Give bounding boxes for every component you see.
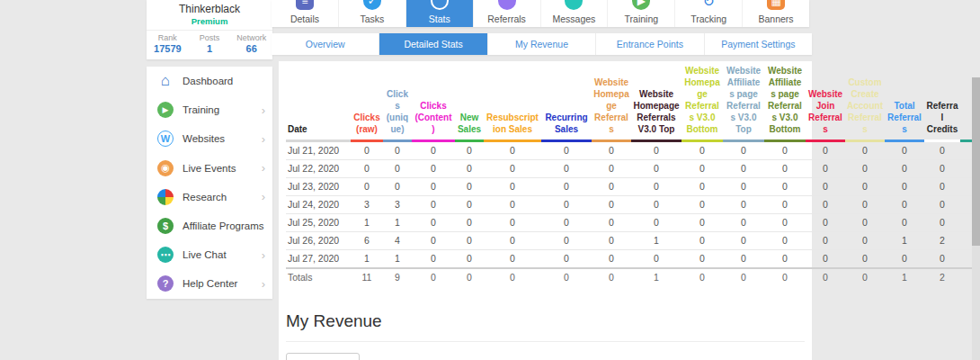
chevron-right-icon: › [262, 248, 265, 262]
value-cell: 0 [723, 249, 764, 268]
value-cell: 0 [631, 177, 682, 195]
sidebar-item-affiliate-programs[interactable]: $Affiliate Programs [147, 212, 272, 240]
value-cell: 0 [806, 177, 845, 195]
value-cell: 0 [764, 177, 806, 195]
revenue-action-button[interactable] [286, 353, 360, 360]
value-cell: 1 [351, 213, 383, 231]
user-name: Thinkerblack [147, 0, 272, 15]
value-cell: 0 [723, 231, 764, 249]
date-cell: Totals [286, 268, 351, 286]
value-cell: 0 [455, 177, 484, 195]
revenue-section-title: My Revenue [286, 311, 382, 331]
subtab-my-revenue[interactable]: My Revenue [488, 33, 596, 55]
user-stats: Rank17579Posts1Network66 [147, 31, 272, 54]
sub-tab-bar: OverviewDetailed StatsMy RevenueEntrance… [272, 33, 812, 55]
value-cell: 0 [723, 159, 764, 177]
value-cell: 0 [682, 213, 723, 231]
value-cell: 0 [764, 213, 806, 231]
date-cell: Jul 21, 2020 [286, 140, 351, 159]
column-header-referral-credits: Referral Credits [924, 63, 960, 140]
value-cell: 1 [885, 268, 924, 286]
chevron-right-icon: › [262, 104, 265, 117]
value-cell: 0 [682, 140, 723, 159]
value-cell: 0 [631, 213, 682, 231]
value-cell: 11 [351, 268, 383, 286]
chevron-right-icon: › [262, 277, 265, 291]
sidebar-item-label: Training [183, 104, 262, 115]
tab-label: Tasks [339, 14, 405, 24]
home-icon: ⌂ [157, 73, 174, 89]
subtab-payment-settings[interactable]: Payment Settings [705, 33, 812, 55]
column-header-website-homepage-referrals-v3-0-top: Website Homepage Referrals V3.0 Top [631, 63, 682, 140]
sidebar-item-training[interactable]: ▶Training› [147, 95, 272, 124]
value-cell: 0 [592, 195, 631, 213]
value-cell: 0 [845, 249, 885, 268]
sidebar-item-websites[interactable]: WWebsites› [147, 124, 272, 153]
column-header-resubscription-sales: Resubscription Sales [484, 63, 541, 140]
sidebar-item-live-chat[interactable]: ⋯Live Chat› [147, 240, 272, 269]
sidebar-item-live-events[interactable]: ◉Live Events› [147, 154, 272, 183]
list-icon: ≡ [296, 0, 314, 10]
user-tier-badge: Premium [147, 16, 272, 26]
user-stat-rank: Rank17579 [147, 33, 189, 54]
value-cell: 0 [484, 177, 541, 195]
subtab-overview[interactable]: Overview [272, 33, 379, 55]
clock-icon [431, 0, 449, 10]
value-cell: 0 [806, 195, 845, 213]
tab-referrals[interactable]: Referrals [474, 0, 541, 27]
tab-messages[interactable]: Messages [541, 0, 609, 27]
sidebar-item-dashboard[interactable]: ⌂Dashboard [147, 67, 272, 95]
value-cell: 0 [924, 213, 960, 231]
user-stat-value: 17579 [147, 43, 189, 54]
value-cell: 0 [592, 159, 631, 177]
value-cell: 0 [455, 140, 484, 159]
play-circle-icon: ▶ [157, 102, 174, 118]
value-cell: 0 [541, 213, 592, 231]
value-cell: 0 [885, 140, 924, 159]
sidebar-item-help-center[interactable]: ?Help Center› [147, 269, 272, 298]
sidebar-item-label: Dashboard [183, 76, 265, 86]
revenue-divider [286, 341, 805, 342]
detailed-stats-table: DateClicks (raw)Clicks (unique)Clicks (C… [286, 63, 980, 286]
value-cell: 0 [764, 140, 806, 159]
value-cell: 0 [383, 159, 412, 177]
value-cell: 0 [924, 140, 960, 159]
tab-details[interactable]: ≡Details [272, 0, 339, 27]
date-cell: Jul 27, 2020 [286, 249, 351, 268]
user-card: Thinkerblack Premium Rank17579Posts1Netw… [147, 0, 272, 59]
chat-bubble-icon [565, 0, 583, 10]
value-cell: 0 [412, 177, 455, 195]
sidebar-item-label: Websites [183, 133, 262, 144]
date-cell: Jul 23, 2020 [286, 177, 351, 195]
value-cell: 0 [806, 268, 845, 286]
value-cell: 0 [383, 140, 412, 159]
subtab-detailed-stats[interactable]: Detailed Stats [379, 33, 487, 55]
column-header-clicks-content: Clicks (Content) [412, 63, 455, 140]
subtab-entrance-points[interactable]: Entrance Points [596, 33, 704, 55]
value-cell: 0 [592, 213, 631, 231]
value-cell: 2 [924, 268, 960, 286]
value-cell: 0 [682, 195, 723, 213]
sidebar-item-research[interactable]: Research› [147, 183, 272, 212]
tab-label: Messages [541, 14, 608, 24]
value-cell: 0 [885, 177, 924, 195]
tab-banners[interactable]: ▦Banners [743, 0, 809, 27]
tab-tracking[interactable]: ↻Tracking [675, 0, 743, 27]
vertical-scrollbar-thumb[interactable] [972, 77, 980, 246]
value-cell: 0 [455, 195, 484, 213]
value-cell: 0 [924, 177, 960, 195]
value-cell: 0 [924, 195, 960, 213]
chat-icon: ⋯ [157, 247, 174, 263]
value-cell: 3 [351, 195, 383, 213]
sidebar-menu: ⌂Dashboard▶Training›WWebsites›◉Live Even… [147, 67, 272, 299]
value-cell: 0 [682, 177, 723, 195]
tab-training[interactable]: ▶Training [608, 0, 675, 27]
value-cell: 0 [764, 159, 806, 177]
tab-stats[interactable]: Stats [406, 0, 474, 27]
value-cell: 0 [806, 231, 845, 249]
table-row: Jul 25, 2020110000000000000 [286, 213, 980, 231]
value-cell: 0 [383, 177, 412, 195]
value-cell: 0 [592, 140, 631, 159]
tab-tasks[interactable]: ✓Tasks [339, 0, 406, 27]
user-stat-posts: Posts1 [189, 33, 231, 54]
